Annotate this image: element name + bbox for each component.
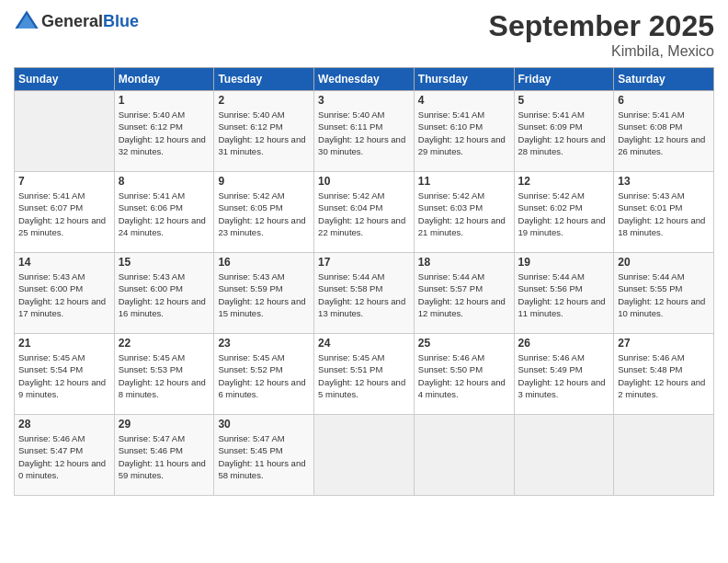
day-number: 16: [218, 256, 310, 269]
week-row-1: 1Sunrise: 5:40 AMSunset: 6:12 PMDaylight…: [15, 91, 714, 172]
day-number: 25: [418, 337, 510, 350]
day-number: 9: [218, 175, 310, 188]
day-number: 6: [618, 94, 710, 107]
cell-w5d2: 29Sunrise: 5:47 AMSunset: 5:46 PMDayligh…: [114, 415, 214, 496]
day-info: Sunrise: 5:47 AMSunset: 5:45 PMDaylight:…: [218, 432, 310, 481]
day-number: 28: [18, 418, 110, 431]
day-info: Sunrise: 5:45 AMSunset: 5:52 PMDaylight:…: [218, 351, 310, 400]
month-title: September 2025: [489, 9, 714, 43]
page-container: GeneralBlue September 2025 Kimbila, Mexi…: [0, 0, 728, 505]
location: Kimbila, Mexico: [489, 43, 714, 60]
cell-w1d7: 6Sunrise: 5:41 AMSunset: 6:08 PMDaylight…: [614, 91, 714, 172]
day-number: 13: [618, 175, 710, 188]
cell-w3d4: 17Sunrise: 5:44 AMSunset: 5:58 PMDayligh…: [314, 253, 415, 334]
day-number: 26: [518, 337, 610, 350]
day-number: 4: [418, 94, 510, 107]
cell-w4d6: 26Sunrise: 5:46 AMSunset: 5:49 PMDayligh…: [514, 334, 614, 415]
day-info: Sunrise: 5:47 AMSunset: 5:46 PMDaylight:…: [119, 432, 210, 481]
day-number: 2: [218, 94, 310, 107]
cell-w3d5: 18Sunrise: 5:44 AMSunset: 5:57 PMDayligh…: [414, 253, 514, 334]
day-info: Sunrise: 5:41 AMSunset: 6:08 PMDaylight:…: [618, 109, 710, 157]
cell-w1d2: 1Sunrise: 5:40 AMSunset: 6:12 PMDaylight…: [114, 91, 214, 172]
cell-w2d4: 10Sunrise: 5:42 AMSunset: 6:04 PMDayligh…: [314, 172, 415, 253]
header-row: Sunday Monday Tuesday Wednesday Thursday…: [15, 68, 714, 91]
day-info: Sunrise: 5:41 AMSunset: 6:09 PMDaylight:…: [518, 109, 610, 157]
col-thursday: Thursday: [414, 68, 514, 91]
cell-w4d2: 22Sunrise: 5:45 AMSunset: 5:53 PMDayligh…: [114, 334, 214, 415]
logo-general-text: General: [41, 12, 103, 30]
cell-w4d7: 27Sunrise: 5:46 AMSunset: 5:48 PMDayligh…: [614, 334, 714, 415]
day-number: 14: [18, 256, 110, 269]
cell-w2d3: 9Sunrise: 5:42 AMSunset: 6:05 PMDaylight…: [214, 172, 314, 253]
week-row-4: 21Sunrise: 5:45 AMSunset: 5:54 PMDayligh…: [15, 334, 714, 415]
cell-w1d3: 2Sunrise: 5:40 AMSunset: 6:12 PMDaylight…: [214, 91, 314, 172]
cell-w5d7: [614, 415, 714, 496]
day-info: Sunrise: 5:44 AMSunset: 5:58 PMDaylight:…: [318, 270, 410, 319]
day-number: 19: [518, 256, 610, 269]
week-row-2: 7Sunrise: 5:41 AMSunset: 6:07 PMDaylight…: [15, 172, 714, 253]
day-info: Sunrise: 5:46 AMSunset: 5:49 PMDaylight:…: [518, 351, 610, 400]
cell-w3d2: 15Sunrise: 5:43 AMSunset: 6:00 PMDayligh…: [114, 253, 214, 334]
logo-blue-text: Blue: [103, 12, 139, 30]
week-row-5: 28Sunrise: 5:46 AMSunset: 5:47 PMDayligh…: [15, 415, 714, 496]
day-info: Sunrise: 5:42 AMSunset: 6:03 PMDaylight:…: [418, 190, 510, 238]
day-info: Sunrise: 5:44 AMSunset: 5:57 PMDaylight:…: [418, 270, 510, 319]
cell-w3d7: 20Sunrise: 5:44 AMSunset: 5:55 PMDayligh…: [614, 253, 714, 334]
cell-w5d4: [314, 415, 415, 496]
day-number: 8: [119, 175, 210, 188]
day-info: Sunrise: 5:41 AMSunset: 6:06 PMDaylight:…: [119, 190, 210, 238]
day-info: Sunrise: 5:43 AMSunset: 6:00 PMDaylight:…: [18, 270, 110, 319]
col-tuesday: Tuesday: [214, 68, 314, 91]
day-number: 10: [318, 175, 410, 188]
day-info: Sunrise: 5:43 AMSunset: 6:00 PMDaylight:…: [119, 270, 210, 319]
day-info: Sunrise: 5:43 AMSunset: 6:01 PMDaylight:…: [618, 190, 710, 238]
cell-w1d1: [15, 91, 115, 172]
day-info: Sunrise: 5:45 AMSunset: 5:53 PMDaylight:…: [119, 351, 210, 400]
cell-w5d1: 28Sunrise: 5:46 AMSunset: 5:47 PMDayligh…: [15, 415, 115, 496]
day-number: 15: [119, 256, 210, 269]
day-number: 3: [318, 94, 410, 107]
day-number: 30: [218, 418, 310, 431]
day-info: Sunrise: 5:40 AMSunset: 6:12 PMDaylight:…: [119, 109, 210, 157]
cell-w1d6: 5Sunrise: 5:41 AMSunset: 6:09 PMDaylight…: [514, 91, 614, 172]
col-sunday: Sunday: [15, 68, 115, 91]
day-number: 11: [418, 175, 510, 188]
day-number: 21: [18, 337, 110, 350]
cell-w1d5: 4Sunrise: 5:41 AMSunset: 6:10 PMDaylight…: [414, 91, 514, 172]
cell-w2d6: 12Sunrise: 5:42 AMSunset: 6:02 PMDayligh…: [514, 172, 614, 253]
day-number: 17: [318, 256, 410, 269]
day-info: Sunrise: 5:41 AMSunset: 6:10 PMDaylight:…: [418, 109, 510, 157]
cell-w1d4: 3Sunrise: 5:40 AMSunset: 6:11 PMDaylight…: [314, 91, 415, 172]
day-info: Sunrise: 5:41 AMSunset: 6:07 PMDaylight:…: [18, 190, 110, 238]
cell-w4d3: 23Sunrise: 5:45 AMSunset: 5:52 PMDayligh…: [214, 334, 314, 415]
day-number: 5: [518, 94, 610, 107]
col-wednesday: Wednesday: [314, 68, 415, 91]
day-info: Sunrise: 5:44 AMSunset: 5:56 PMDaylight:…: [518, 270, 610, 319]
day-number: 18: [418, 256, 510, 269]
day-info: Sunrise: 5:42 AMSunset: 6:04 PMDaylight:…: [318, 190, 410, 238]
cell-w3d1: 14Sunrise: 5:43 AMSunset: 6:00 PMDayligh…: [15, 253, 115, 334]
title-block: September 2025 Kimbila, Mexico: [489, 9, 714, 60]
day-number: 24: [318, 337, 410, 350]
cell-w3d3: 16Sunrise: 5:43 AMSunset: 5:59 PMDayligh…: [214, 253, 314, 334]
logo: GeneralBlue: [14, 9, 139, 35]
col-saturday: Saturday: [614, 68, 714, 91]
cell-w2d2: 8Sunrise: 5:41 AMSunset: 6:06 PMDaylight…: [114, 172, 214, 253]
day-number: 27: [618, 337, 710, 350]
day-info: Sunrise: 5:46 AMSunset: 5:50 PMDaylight:…: [418, 351, 510, 400]
cell-w4d5: 25Sunrise: 5:46 AMSunset: 5:50 PMDayligh…: [414, 334, 514, 415]
day-info: Sunrise: 5:45 AMSunset: 5:54 PMDaylight:…: [18, 351, 110, 400]
day-info: Sunrise: 5:42 AMSunset: 6:05 PMDaylight:…: [218, 190, 310, 238]
day-info: Sunrise: 5:40 AMSunset: 6:11 PMDaylight:…: [318, 109, 410, 157]
week-row-3: 14Sunrise: 5:43 AMSunset: 6:00 PMDayligh…: [15, 253, 714, 334]
cell-w5d3: 30Sunrise: 5:47 AMSunset: 5:45 PMDayligh…: [214, 415, 314, 496]
cell-w2d5: 11Sunrise: 5:42 AMSunset: 6:03 PMDayligh…: [414, 172, 514, 253]
cell-w2d7: 13Sunrise: 5:43 AMSunset: 6:01 PMDayligh…: [614, 172, 714, 253]
day-number: 12: [518, 175, 610, 188]
cell-w4d1: 21Sunrise: 5:45 AMSunset: 5:54 PMDayligh…: [15, 334, 115, 415]
day-number: 23: [218, 337, 310, 350]
day-info: Sunrise: 5:46 AMSunset: 5:47 PMDaylight:…: [18, 432, 110, 481]
col-monday: Monday: [114, 68, 214, 91]
day-number: 7: [18, 175, 110, 188]
cell-w4d4: 24Sunrise: 5:45 AMSunset: 5:51 PMDayligh…: [314, 334, 415, 415]
